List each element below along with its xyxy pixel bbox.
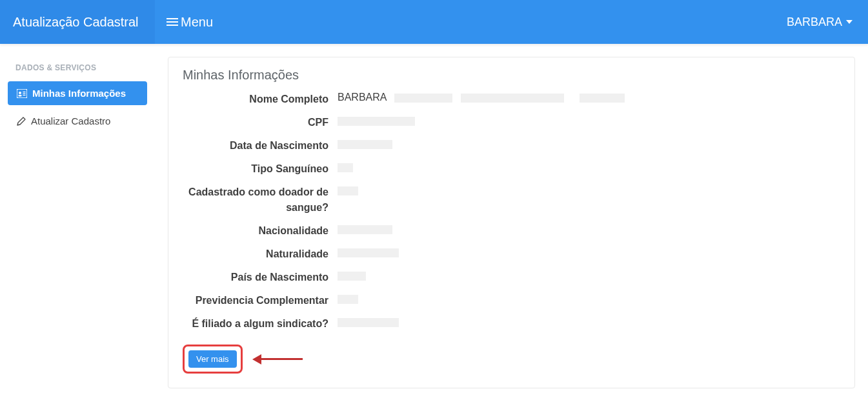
id-card-icon xyxy=(17,89,27,98)
info-value xyxy=(338,182,358,199)
redacted-block xyxy=(338,248,399,257)
redacted-block xyxy=(338,163,353,172)
sidebar-section-title: DADOS & SERVIÇOS xyxy=(8,57,147,81)
redacted-block xyxy=(338,117,415,126)
user-name: BARBARA xyxy=(787,15,842,29)
info-row-nacionalidade: Nacionalidade xyxy=(183,221,840,241)
value-text: BARBARA xyxy=(338,92,387,103)
info-value xyxy=(338,221,392,237)
info-label: Tipo Sanguíneo xyxy=(183,159,338,179)
redacted-block xyxy=(338,318,399,327)
info-label: País de Nascimento xyxy=(183,267,338,288)
info-value xyxy=(338,314,399,330)
brand-title: Atualização Cadastral xyxy=(0,0,155,44)
redacted-block xyxy=(580,94,625,103)
info-row-pais-nascimento: País de Nascimento xyxy=(183,267,840,288)
info-label: Nome Completo xyxy=(183,89,338,110)
info-row-nome-completo: Nome Completo BARBARA xyxy=(183,89,840,110)
info-label: É filiado a algum sindicato? xyxy=(183,314,338,334)
redacted-block xyxy=(338,186,358,195)
info-label: CPF xyxy=(183,112,338,133)
ver-mais-button[interactable]: Ver mais xyxy=(188,350,237,368)
sidebar-item-atualizar-cadastro[interactable]: Atualizar Cadastro xyxy=(8,109,147,133)
sidebar-item-label: Minhas Informações xyxy=(32,88,126,99)
arrow-head-icon xyxy=(252,354,261,365)
info-row-naturalidade: Naturalidade xyxy=(183,244,840,265)
menu-button[interactable]: Menu xyxy=(155,0,225,44)
menu-label: Menu xyxy=(181,15,213,30)
svg-rect-2 xyxy=(19,95,22,97)
info-row-doador: Cadastrado como doador de sangue? xyxy=(183,182,840,218)
info-row-tipo-sanguineo: Tipo Sanguíneo xyxy=(183,159,840,179)
info-label: Data de Nascimento xyxy=(183,135,338,156)
info-row-sindicato: É filiado a algum sindicato? xyxy=(183,314,840,334)
vermais-highlight-box: Ver mais xyxy=(183,345,243,374)
info-label: Previdencia Complementar xyxy=(183,290,338,311)
info-value xyxy=(338,159,353,175)
redacted-block xyxy=(461,94,564,103)
main-content: Minhas Informações Nome Completo BARBARA… xyxy=(155,44,868,401)
card-title: Minhas Informações xyxy=(183,68,840,83)
info-row-data-nascimento: Data de Nascimento xyxy=(183,135,840,156)
info-value xyxy=(338,244,399,261)
info-value: BARBARA xyxy=(338,89,625,106)
caret-down-icon xyxy=(846,20,853,24)
svg-rect-0 xyxy=(17,89,27,98)
info-label: Nacionalidade xyxy=(183,221,338,241)
redacted-block xyxy=(338,272,366,281)
info-value xyxy=(338,112,415,129)
user-menu[interactable]: BARBARA xyxy=(771,0,868,44)
info-value xyxy=(338,135,392,152)
info-label: Cadastrado como doador de sangue? xyxy=(183,182,338,218)
redacted-block xyxy=(338,140,392,149)
annotation-arrow xyxy=(252,354,303,365)
info-value xyxy=(338,267,366,284)
topbar: Atualização Cadastral Menu BARBARA xyxy=(0,0,868,44)
info-value xyxy=(338,290,358,307)
sidebar-item-label: Atualizar Cadastro xyxy=(31,115,110,126)
info-label: Naturalidade xyxy=(183,244,338,265)
arrow-line xyxy=(261,358,303,360)
redacted-block xyxy=(394,94,452,103)
hamburger-icon xyxy=(167,17,178,26)
info-row-cpf: CPF xyxy=(183,112,840,133)
info-card: Minhas Informações Nome Completo BARBARA… xyxy=(168,57,855,388)
info-row-previdencia: Previdencia Complementar xyxy=(183,290,840,311)
sidebar: DADOS & SERVIÇOS Minhas Informações Atua… xyxy=(0,44,155,401)
pen-icon xyxy=(17,117,26,126)
redacted-block xyxy=(338,295,358,304)
sidebar-item-minhas-informacoes[interactable]: Minhas Informações xyxy=(8,81,147,105)
svg-point-1 xyxy=(19,92,21,94)
redacted-block xyxy=(338,225,392,234)
